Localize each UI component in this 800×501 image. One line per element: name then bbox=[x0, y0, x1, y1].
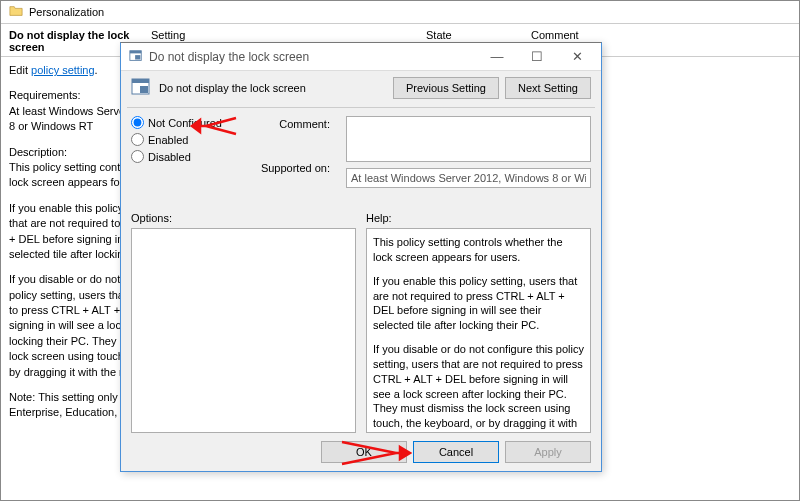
svg-rect-4 bbox=[132, 79, 149, 83]
supported-on-label: Supported on: bbox=[251, 160, 330, 204]
options-panel[interactable] bbox=[131, 228, 356, 433]
options-label: Options: bbox=[131, 212, 356, 224]
policy-setting-dialog: Do not display the lock screen — ☐ ✕ Do … bbox=[120, 42, 602, 472]
dialog-title: Do not display the lock screen bbox=[149, 50, 309, 64]
help-text-2: If you enable this policy setting, users… bbox=[373, 274, 584, 333]
next-setting-button[interactable]: Next Setting bbox=[505, 77, 591, 99]
policy-large-icon bbox=[131, 77, 151, 99]
maximize-button[interactable]: ☐ bbox=[517, 43, 557, 71]
dialog-main-title: Do not display the lock screen bbox=[159, 82, 306, 94]
radio-disabled[interactable]: Disabled bbox=[131, 150, 241, 163]
svg-rect-2 bbox=[135, 55, 140, 59]
help-text-3: If you disable or do not configure this … bbox=[373, 342, 584, 433]
minimize-button[interactable]: — bbox=[477, 43, 517, 71]
category-header: Personalization bbox=[1, 1, 799, 24]
help-text-1: This policy setting controls whether the… bbox=[373, 235, 584, 265]
edit-policy-link[interactable]: policy setting bbox=[31, 64, 95, 76]
dialog-titlebar[interactable]: Do not display the lock screen — ☐ ✕ bbox=[121, 43, 601, 71]
previous-setting-button[interactable]: Previous Setting bbox=[393, 77, 499, 99]
supported-on-field bbox=[346, 168, 591, 188]
category-title: Personalization bbox=[29, 6, 104, 18]
help-label: Help: bbox=[366, 212, 591, 224]
close-button[interactable]: ✕ bbox=[557, 43, 597, 71]
svg-rect-1 bbox=[130, 50, 141, 53]
comment-textarea[interactable] bbox=[346, 116, 591, 162]
radio-not-configured[interactable]: Not Configured bbox=[131, 116, 241, 129]
requirements-label: Requirements: bbox=[9, 89, 81, 101]
policy-icon bbox=[129, 49, 143, 65]
svg-rect-5 bbox=[140, 86, 148, 93]
description-label: Description: bbox=[9, 146, 67, 158]
edit-label: Edit bbox=[9, 64, 31, 76]
apply-button[interactable]: Apply bbox=[505, 441, 591, 463]
help-panel: This policy setting controls whether the… bbox=[366, 228, 591, 433]
ok-button[interactable]: OK bbox=[321, 441, 407, 463]
comment-label: Comment: bbox=[251, 116, 330, 160]
cancel-button[interactable]: Cancel bbox=[413, 441, 499, 463]
folder-icon bbox=[9, 4, 23, 20]
radio-enabled[interactable]: Enabled bbox=[131, 133, 241, 146]
